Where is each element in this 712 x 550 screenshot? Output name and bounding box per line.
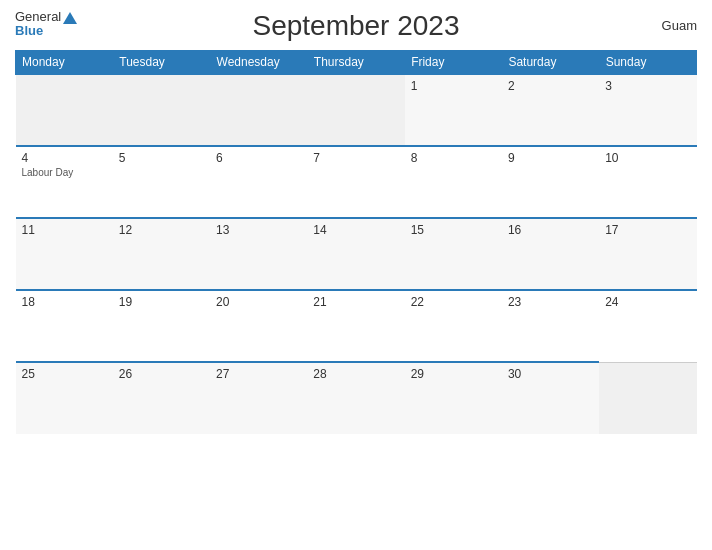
- day-number: 17: [605, 223, 690, 237]
- calendar-day: 22: [405, 290, 502, 362]
- calendar-header: General Blue September 2023 Guam: [15, 10, 697, 42]
- calendar-day: 21: [307, 290, 404, 362]
- calendar-day: 2: [502, 74, 599, 146]
- calendar-day: [210, 74, 307, 146]
- calendar-week-row: 4Labour Day5678910: [16, 146, 697, 218]
- calendar-day: 13: [210, 218, 307, 290]
- calendar-week-row: 123: [16, 74, 697, 146]
- calendar-day: 26: [113, 362, 210, 434]
- day-number: 15: [411, 223, 496, 237]
- day-number: 19: [119, 295, 204, 309]
- calendar-day: 14: [307, 218, 404, 290]
- calendar-day: 16: [502, 218, 599, 290]
- calendar-week-row: 252627282930: [16, 362, 697, 434]
- calendar-day: 17: [599, 218, 696, 290]
- day-number: 8: [411, 151, 496, 165]
- calendar-day: 25: [16, 362, 113, 434]
- calendar-day: 18: [16, 290, 113, 362]
- logo-triangle-icon: [63, 12, 77, 24]
- calendar-day: 28: [307, 362, 404, 434]
- calendar-day: 19: [113, 290, 210, 362]
- day-number: 26: [119, 367, 204, 381]
- day-number: 21: [313, 295, 398, 309]
- day-number: 30: [508, 367, 593, 381]
- logo: General Blue: [15, 10, 77, 39]
- calendar-day: 30: [502, 362, 599, 434]
- day-number: 20: [216, 295, 301, 309]
- calendar-day: [113, 74, 210, 146]
- calendar-region: Guam: [662, 18, 697, 33]
- day-number: 9: [508, 151, 593, 165]
- day-number: 23: [508, 295, 593, 309]
- calendar-week-row: 18192021222324: [16, 290, 697, 362]
- header-monday: Monday: [16, 51, 113, 75]
- calendar-day: [16, 74, 113, 146]
- calendar-title: September 2023: [252, 10, 459, 42]
- day-number: 28: [313, 367, 398, 381]
- calendar-day: 9: [502, 146, 599, 218]
- calendar-day: 23: [502, 290, 599, 362]
- day-number: 14: [313, 223, 398, 237]
- calendar-day: 20: [210, 290, 307, 362]
- day-number: 10: [605, 151, 690, 165]
- header-saturday: Saturday: [502, 51, 599, 75]
- calendar-day: 4Labour Day: [16, 146, 113, 218]
- logo-blue: Blue: [15, 24, 77, 38]
- calendar-day: 11: [16, 218, 113, 290]
- header-wednesday: Wednesday: [210, 51, 307, 75]
- day-number: 7: [313, 151, 398, 165]
- day-number: 1: [411, 79, 496, 93]
- day-number: 24: [605, 295, 690, 309]
- day-number: 11: [22, 223, 107, 237]
- calendar-day: 15: [405, 218, 502, 290]
- day-number: 22: [411, 295, 496, 309]
- day-number: 2: [508, 79, 593, 93]
- calendar-day: 27: [210, 362, 307, 434]
- calendar-grid: Monday Tuesday Wednesday Thursday Friday…: [15, 50, 697, 434]
- day-number: 3: [605, 79, 690, 93]
- day-number: 18: [22, 295, 107, 309]
- header-sunday: Sunday: [599, 51, 696, 75]
- weekday-header-row: Monday Tuesday Wednesday Thursday Friday…: [16, 51, 697, 75]
- logo-general: General: [15, 10, 77, 24]
- calendar-day: 3: [599, 74, 696, 146]
- day-number: 25: [22, 367, 107, 381]
- day-number: 12: [119, 223, 204, 237]
- header-thursday: Thursday: [307, 51, 404, 75]
- calendar-day: 8: [405, 146, 502, 218]
- calendar-day: 12: [113, 218, 210, 290]
- calendar-week-row: 11121314151617: [16, 218, 697, 290]
- calendar-day: [307, 74, 404, 146]
- header-friday: Friday: [405, 51, 502, 75]
- calendar-day: 6: [210, 146, 307, 218]
- header-tuesday: Tuesday: [113, 51, 210, 75]
- calendar-container: General Blue September 2023 Guam Monday …: [0, 0, 712, 550]
- day-number: 5: [119, 151, 204, 165]
- day-number: 4: [22, 151, 107, 165]
- day-number: 29: [411, 367, 496, 381]
- calendar-day: 7: [307, 146, 404, 218]
- day-number: 13: [216, 223, 301, 237]
- calendar-day: 24: [599, 290, 696, 362]
- calendar-day: 29: [405, 362, 502, 434]
- day-event: Labour Day: [22, 167, 107, 178]
- day-number: 27: [216, 367, 301, 381]
- calendar-day: 10: [599, 146, 696, 218]
- day-number: 16: [508, 223, 593, 237]
- calendar-day: 1: [405, 74, 502, 146]
- calendar-day: [599, 362, 696, 434]
- calendar-day: 5: [113, 146, 210, 218]
- day-number: 6: [216, 151, 301, 165]
